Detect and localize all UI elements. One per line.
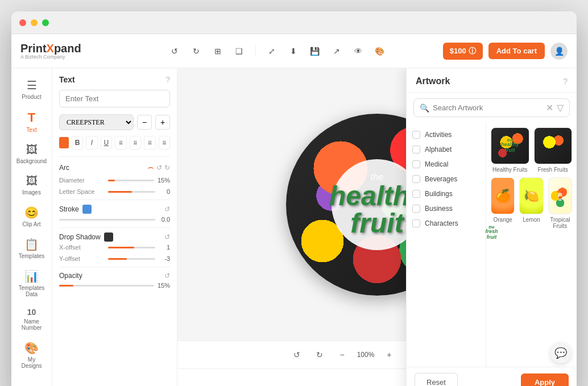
opacity-refresh-icon[interactable]: ↺ xyxy=(164,272,170,280)
filter-item-activities[interactable]: Activities xyxy=(407,127,486,142)
underline-button[interactable]: U xyxy=(101,136,112,150)
filter-checkbox-characters[interactable] xyxy=(412,219,420,227)
filter-item-medical[interactable]: Medical xyxy=(407,157,486,172)
filter-item-characters[interactable]: Characters xyxy=(407,216,486,231)
maximize-dot[interactable] xyxy=(42,19,49,26)
filter-checkbox-beverages[interactable] xyxy=(412,175,420,183)
art-item-lemon[interactable]: 🍋 Lemon xyxy=(519,177,543,229)
font-size-decrease[interactable]: − xyxy=(137,115,152,130)
filter-item-beverages[interactable]: Beverages xyxy=(407,172,486,186)
stroke-color[interactable] xyxy=(82,205,92,214)
chat-icon[interactable]: 💬 xyxy=(550,343,571,363)
x-offset-slider[interactable] xyxy=(108,247,155,248)
sidebar-item-background[interactable]: 🖼 Background xyxy=(14,139,50,169)
price-value: $100 xyxy=(450,47,466,55)
filter-checkbox-activities[interactable] xyxy=(412,131,420,139)
apply-button[interactable]: Apply xyxy=(521,373,569,386)
sidebar-item-name-number[interactable]: 10 Name Number xyxy=(14,303,50,335)
text-icon: T xyxy=(28,110,35,125)
art-item-fresh[interactable]: thefreshfruit Fresh Fruits xyxy=(534,127,573,173)
art-row-1: thehealthyfruit Healthy Fruits thefreshf… xyxy=(491,127,572,173)
search-icon: 🔍 xyxy=(420,103,429,113)
sidebar-item-my-designs[interactable]: 🎨 My Designs xyxy=(14,337,50,373)
user-avatar[interactable]: 👤 xyxy=(550,43,568,60)
text-help-icon[interactable]: ? xyxy=(165,75,170,84)
text-color-swatch[interactable] xyxy=(59,137,69,148)
filter-item-business[interactable]: Business xyxy=(407,201,486,216)
zoom-out-icon[interactable]: − xyxy=(334,347,350,363)
opacity-row: Opacity ↺ xyxy=(59,272,170,280)
letter-space-slider[interactable] xyxy=(108,191,155,193)
x-offset-label: X-offset xyxy=(59,244,105,251)
filter-checkbox-business[interactable] xyxy=(412,205,420,213)
search-clear-icon[interactable]: ✕ xyxy=(546,102,553,113)
bold-button[interactable]: B xyxy=(72,136,83,150)
diameter-row: Diameter 15% xyxy=(59,177,170,184)
filter-checkbox-medical[interactable] xyxy=(412,160,420,168)
add-to-cart-button[interactable]: Add To cart xyxy=(488,43,545,59)
artwork-help-icon[interactable]: ? xyxy=(563,77,568,86)
save-icon[interactable]: 💾 xyxy=(307,43,323,59)
filter-item-alphabet[interactable]: Alphabet xyxy=(407,142,486,157)
minimize-dot[interactable] xyxy=(31,19,38,26)
filter-checkbox-buildings[interactable] xyxy=(412,190,420,198)
align-left-button[interactable]: ≡ xyxy=(115,136,126,150)
icon-sidebar: ☰ Product T Text 🖼 Background 🖼 Images 😊 xyxy=(11,68,52,386)
art-item-orange[interactable]: 🍊 Orange xyxy=(491,177,515,229)
font-select[interactable]: CREEPSTER xyxy=(59,114,134,130)
sidebar-item-images[interactable]: 🖼 Images xyxy=(14,170,50,200)
layers-icon[interactable]: ❑ xyxy=(231,43,247,59)
text-input[interactable] xyxy=(59,90,170,107)
sidebar-label-name-number: Name Number xyxy=(17,318,47,331)
info-icon: ⓘ xyxy=(469,46,476,56)
shadow-color[interactable] xyxy=(104,233,113,242)
undo-icon[interactable]: ↺ xyxy=(167,43,183,59)
filter-item-buildings[interactable]: Buildings xyxy=(407,186,486,201)
filter-panel: Activities Alphabet Medical xyxy=(407,123,486,367)
canvas-wrapper: the healthy fruit ↺ ↻ − 100% + ⊞ xyxy=(177,68,577,386)
close-dot[interactable] xyxy=(19,19,26,26)
font-row: CREEPSTER − + xyxy=(59,114,170,130)
reset-button[interactable]: Reset xyxy=(415,373,458,386)
download-icon[interactable]: ⬇ xyxy=(285,43,301,59)
share-icon[interactable]: ↗ xyxy=(329,43,345,59)
art-label-tropical: Tropical Fruits xyxy=(548,217,572,229)
artwork-search-input[interactable] xyxy=(433,103,543,112)
text-panel: Text ? CREEPSTER − + B I U ≡ xyxy=(52,68,177,386)
canvas-redo-icon[interactable]: ↻ xyxy=(312,347,328,363)
filter-checkbox-alphabet[interactable] xyxy=(412,146,420,153)
arc-curve-icon[interactable]: ⌢ xyxy=(147,161,154,173)
sidebar-item-templates-data[interactable]: 📊 Templates Data xyxy=(14,265,50,302)
tropical-emoji: 🍹 xyxy=(554,190,566,201)
redo-icon[interactable]: ↻ xyxy=(188,43,204,59)
zoom-in-icon[interactable]: + xyxy=(381,347,397,363)
canvas-undo-icon[interactable]: ↺ xyxy=(289,347,305,363)
y-offset-slider[interactable] xyxy=(108,258,155,260)
italic-button[interactable]: I xyxy=(86,136,97,150)
stroke-refresh-icon[interactable]: ↺ xyxy=(164,205,170,213)
artwork-content: Activities Alphabet Medical xyxy=(407,123,577,367)
stroke-slider[interactable] xyxy=(59,219,155,221)
align-right-button[interactable]: ≡ xyxy=(144,136,155,150)
opacity-slider[interactable] xyxy=(59,285,154,287)
diameter-slider[interactable] xyxy=(108,180,154,181)
font-size-increase[interactable]: + xyxy=(155,115,170,130)
crop-icon[interactable]: ⊞ xyxy=(210,43,226,59)
shadow-refresh-icon[interactable]: ↺ xyxy=(164,233,170,241)
sidebar-item-clipart[interactable]: 😊 Clip Art xyxy=(14,201,50,232)
palette-icon[interactable]: 🎨 xyxy=(372,43,388,59)
fullscreen-icon[interactable]: ⤢ xyxy=(264,43,280,59)
artwork-panel: Artwork ? 🔍 ✕ ▽ Ac xyxy=(406,68,577,386)
search-filter-icon[interactable]: ▽ xyxy=(557,102,564,113)
sidebar-item-product[interactable]: ☰ Product xyxy=(14,74,50,105)
align-justify-button[interactable]: ≡ xyxy=(159,136,170,150)
eye-icon[interactable]: 👁 xyxy=(350,43,366,59)
sidebar-item-text[interactable]: T Text xyxy=(14,106,50,138)
arc-redo-icon[interactable]: ↻ xyxy=(164,164,170,172)
align-center-button[interactable]: ≡ xyxy=(130,136,141,150)
art-item-healthy[interactable]: thehealthyfruit Healthy Fruits xyxy=(491,127,529,173)
sidebar-item-templates[interactable]: 📋 Templates xyxy=(14,233,50,264)
art-item-tropical[interactable]: 🍹 Tropical Fruits xyxy=(548,177,572,229)
orange-emoji: 🍊 xyxy=(495,189,511,204)
arc-refresh-icon[interactable]: ↺ xyxy=(156,164,162,172)
